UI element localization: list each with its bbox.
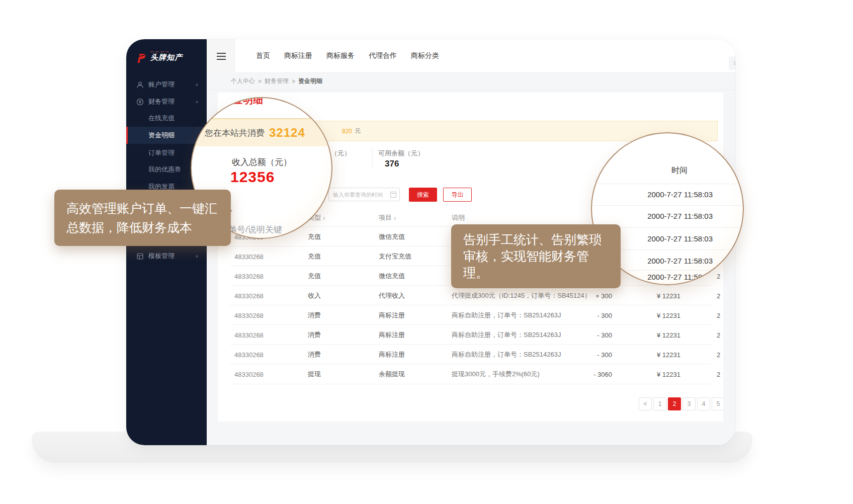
pagination-page-button-active[interactable]: 2: [668, 397, 681, 410]
chevron-down-icon: ∨: [195, 82, 199, 87]
magnified-consumption-banner: 您在本站共消费 32124: [191, 118, 332, 146]
cell-project: 代理收入: [379, 291, 405, 300]
nav-item-home[interactable]: 首页: [256, 51, 270, 60]
cell-order-no: 48330268: [234, 253, 264, 260]
cell-balance: ¥ 12231: [630, 351, 680, 358]
logo-subtext-decoration: [150, 51, 169, 52]
table-row: 48330268 消费 商标注册 商标自助注册，订单号：SB2514263J -…: [230, 324, 711, 345]
row-divider: [592, 205, 743, 206]
pagination-page-button[interactable]: 1: [653, 397, 666, 410]
cell-type: 充值: [308, 232, 321, 241]
search-button[interactable]: 搜索: [409, 188, 437, 202]
cell-amount: - 300: [562, 351, 612, 358]
sort-caret-icon: ∨: [393, 216, 397, 221]
magnified-time-row: 2000-7-27 11:58:03: [611, 234, 713, 243]
cell-description: 商标自助注册，订单号：SB2514263J: [452, 330, 561, 340]
cell-description: 商标自助注册，订单号：SB2514263J: [452, 311, 561, 320]
user-icon: [136, 81, 144, 89]
breadcrumb-item[interactable]: 财务管理: [265, 77, 289, 86]
magnified-income-label: 收入总额（元）: [232, 156, 292, 168]
pagination-page-button[interactable]: 4: [697, 397, 710, 410]
magnified-consumption-value: 32124: [269, 126, 305, 140]
chevron-down-icon: ∨: [195, 254, 199, 259]
cell-order-no: 48330268: [234, 292, 264, 299]
sort-caret-icon: ∨: [322, 216, 326, 221]
cell-order-no: 48330268: [234, 370, 264, 378]
column-header-project[interactable]: 项目∨: [379, 213, 397, 222]
cell-order-no: 48330268: [234, 331, 264, 339]
breadcrumb: 个人中心 > 财务管理 > 资金明细: [207, 73, 735, 90]
row-divider: [592, 184, 743, 184]
consumption-small-value: 820: [342, 128, 352, 135]
date-query-input[interactable]: [328, 188, 400, 201]
sidebar-item-account[interactable]: 账户管理 ∨: [126, 76, 207, 93]
pagination-page-button[interactable]: 3: [683, 397, 696, 410]
pagination-page-button[interactable]: 5: [712, 397, 723, 410]
cell-balance: ¥ 12231: [630, 311, 680, 319]
global-search-input[interactable]: [729, 56, 735, 70]
cell-project: 支付宝充值: [379, 252, 411, 261]
cell-order-no: 48330268: [234, 351, 264, 358]
finance-icon: [136, 98, 144, 106]
template-icon: [136, 253, 144, 260]
export-button[interactable]: 导出: [443, 188, 472, 202]
cell-amount: - 300: [562, 331, 612, 339]
breadcrumb-separator: >: [258, 78, 262, 85]
cell-type: 消费: [308, 330, 321, 340]
cell-type: 充值: [308, 252, 321, 261]
cell-project: 微信充值: [379, 232, 405, 241]
hamburger-icon[interactable]: [207, 39, 235, 73]
cell-type: 充值: [308, 272, 321, 281]
top-nav: 首页 商标注册 商标服务 代理合作 商标分类: [256, 39, 439, 72]
cell-amount: + 300: [562, 292, 612, 299]
cell-description: 提现3000元，手续费2%(60元): [452, 370, 540, 379]
nav-item-trademark-category[interactable]: 商标分类: [411, 51, 439, 60]
cell-balance: ¥ 12231: [630, 370, 680, 378]
table-row: 48330268 消费 商标注册 商标自助注册，订单号：SB2514263J -…: [230, 305, 711, 325]
cell-description: 商标自助注册，订单号：SB2514263J: [452, 350, 561, 359]
nav-item-agent-cooperation[interactable]: 代理合作: [369, 51, 397, 60]
cell-amount: - 300: [562, 311, 612, 319]
nav-item-trademark-register[interactable]: 商标注册: [284, 51, 312, 60]
expense-unit-label: （元）: [331, 149, 351, 158]
nav-item-trademark-service[interactable]: 商标服务: [326, 51, 355, 60]
sidebar-item-template[interactable]: 模板管理 ∨: [126, 247, 207, 265]
cell-project: 余额提现: [379, 370, 405, 379]
cell-type: 消费: [308, 350, 321, 359]
column-header-project-label: 项目: [379, 214, 392, 221]
cell-type: 提现: [308, 370, 321, 379]
sidebar-item-label: 模板管理: [148, 251, 175, 261]
sidebar-item-label: 订单管理: [148, 148, 175, 157]
sidebar-item-online-recharge[interactable]: 在线充值: [126, 110, 207, 127]
chevron-up-icon: ∧: [195, 100, 199, 104]
sidebar-item-finance[interactable]: 财务管理 ∧: [126, 93, 207, 110]
sidebar-item-fund-details[interactable]: 资金明细: [126, 127, 207, 144]
breadcrumb-item[interactable]: 个人中心: [231, 77, 255, 86]
calendar-icon[interactable]: [390, 192, 396, 198]
cell-time: 2: [717, 311, 723, 319]
page: 头牌知产 账户管理 ∨ 财务管理 ∧ 在线充值 资金明细: [0, 0, 853, 504]
cell-project: 商标注册: [379, 311, 405, 320]
callout-left: 高效管理账户订单、一键汇总数据，降低财务成本: [54, 190, 231, 246]
top-bar: 首页 商标注册 商标服务 代理合作 商标分类: [207, 39, 735, 73]
logo-mark-icon: [136, 53, 147, 66]
callout-right: 告别手工统计、告别繁琐审核，实现智能财务管理。: [451, 224, 621, 288]
magnified-consumption-prefix: 您在本站共消费: [205, 127, 265, 139]
cell-order-no: 48330268: [234, 311, 264, 319]
brand-name: 头牌知产: [150, 53, 183, 62]
cell-balance: ¥ 12231: [630, 331, 680, 339]
cell-time: 2: [717, 292, 723, 299]
cell-time: 2: [717, 351, 723, 358]
cell-project: 商标注册: [379, 330, 405, 340]
cell-order-no: 48330268: [234, 272, 264, 280]
sidebar-item-label: 账户管理: [148, 80, 175, 89]
available-balance-value: 376: [385, 159, 399, 169]
table-row: 48330268 提现 余额提现 提现3000元，手续费2%(60元) - 30…: [230, 364, 711, 384]
magnified-time-header: 时间: [671, 165, 688, 176]
pagination-prev-button[interactable]: <: [639, 397, 652, 410]
breadcrumb-separator: >: [292, 78, 295, 85]
magnified-time-row: 2000-7-27 11:58:03: [611, 190, 713, 199]
sidebar-item-label: 在线充值: [148, 114, 175, 123]
breadcrumb-current: 资金明细: [298, 77, 322, 86]
magnified-time-row: 2000-7-27 11:58:03: [611, 212, 713, 220]
